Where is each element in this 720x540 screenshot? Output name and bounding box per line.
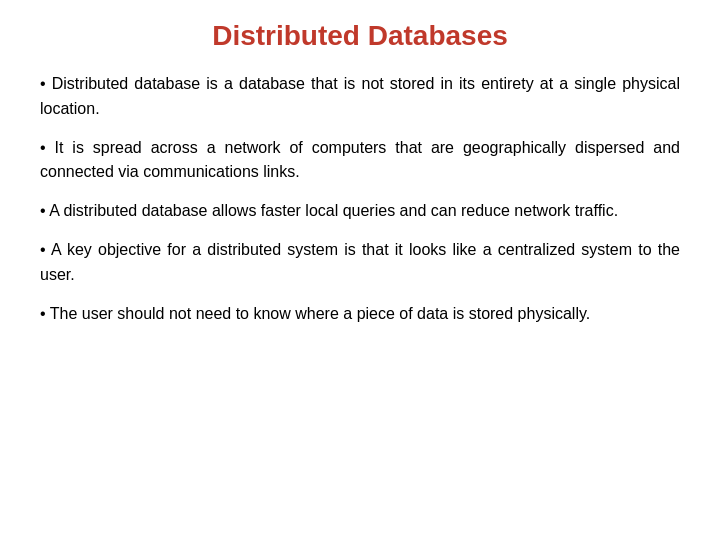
bullet-symbol-3: • — [40, 202, 46, 219]
bullet-text-2: It is spread across a network of compute… — [40, 139, 680, 181]
bullet-symbol-5: • — [40, 305, 46, 322]
bullet-symbol-4: • — [40, 241, 46, 258]
bullet-text-5: The user should not need to know where a… — [50, 305, 590, 322]
bullet-item-3: • A distributed database allows faster l… — [40, 199, 680, 224]
bullet-item-2: • It is spread across a network of compu… — [40, 136, 680, 186]
page-title: Distributed Databases — [212, 20, 508, 52]
bullet-text-4: A key objective for a distributed system… — [40, 241, 680, 283]
bullet-item-1: • Distributed database is a database tha… — [40, 72, 680, 122]
bullet-symbol-2: • — [40, 139, 46, 156]
bullet-symbol-1: • — [40, 75, 46, 92]
bullet-text-3: A distributed database allows faster loc… — [49, 202, 618, 219]
bullet-text-1: Distributed database is a database that … — [40, 75, 680, 117]
bullet-item-4: • A key objective for a distributed syst… — [40, 238, 680, 288]
content-area: • Distributed database is a database tha… — [40, 72, 680, 340]
bullet-item-5: • The user should not need to know where… — [40, 302, 680, 327]
